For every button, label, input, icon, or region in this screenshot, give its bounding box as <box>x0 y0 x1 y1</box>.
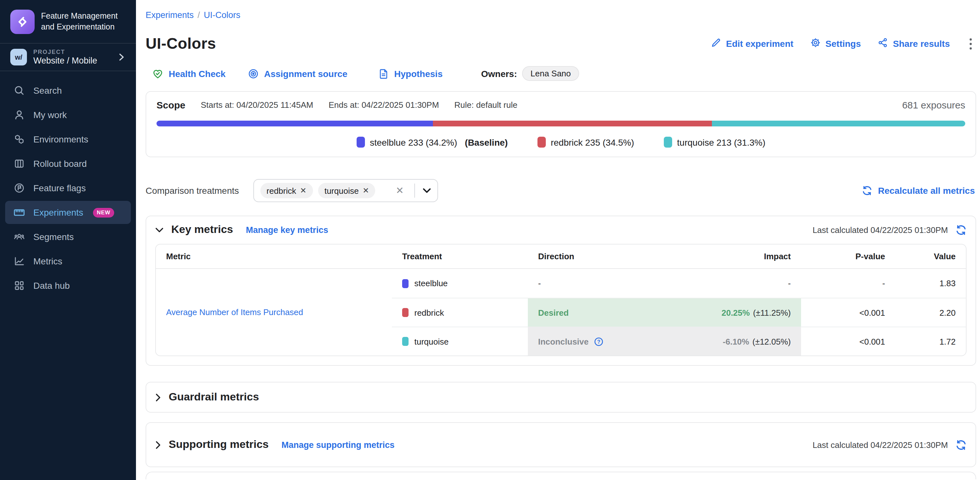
pvalue-cell: - <box>801 269 895 298</box>
heart-check-icon <box>152 68 164 79</box>
sidebar-item-metrics[interactable]: Metrics <box>5 250 131 273</box>
direction-badge: Inconclusive <box>538 336 589 346</box>
board-columns-icon <box>13 158 25 169</box>
breadcrumb-current[interactable]: UI-Colors <box>204 10 240 20</box>
col-value: Value <box>895 252 966 261</box>
clear-all-icon[interactable]: ✕ <box>396 185 404 196</box>
sidebar-nav: Search My work Environments Rollout boar… <box>0 71 136 305</box>
chevron-right-icon <box>117 53 126 62</box>
share-icon <box>878 37 889 50</box>
pvalue-cell: <0.001 <box>801 327 895 356</box>
expand-chevron-icon[interactable] <box>155 440 161 449</box>
sidebar-item-environments[interactable]: Environments <box>5 128 131 151</box>
legend-label: turquoise 213 (31.3%) <box>677 137 765 147</box>
sidebar-item-experiments[interactable]: Experiments NEW <box>5 201 131 224</box>
remove-chip-icon[interactable]: ✕ <box>300 186 307 195</box>
owners-label: Owners: <box>481 69 517 79</box>
scope-rule: Rule: default rule <box>454 100 517 110</box>
metric-cell: Average Number of Items Purchased <box>156 269 392 356</box>
owner-chip[interactable]: Lena Sano <box>522 66 579 81</box>
table-row-steelblue: steelblue - - - 1.83 <box>392 269 966 298</box>
sidebar-item-label: Rollout board <box>33 158 87 169</box>
recalculate-all-metrics-button[interactable]: Recalculate all metrics <box>862 185 976 196</box>
remove-chip-icon[interactable]: ✕ <box>363 186 369 195</box>
steelblue-swatch <box>402 279 409 288</box>
bar-segment-turquoise <box>712 121 965 126</box>
app-logo-row[interactable]: Feature Management and Experimentation <box>0 0 136 43</box>
target-icon <box>247 68 259 79</box>
expand-chevron-icon[interactable] <box>155 393 161 401</box>
manage-supporting-metrics-link[interactable]: Manage supporting metrics <box>282 440 395 450</box>
legend-label: redbrick 235 (34.5%) <box>550 137 634 147</box>
project-badge: w/ <box>10 49 27 65</box>
bar-segment-steelblue <box>156 121 433 126</box>
key-metrics-table: Metric Treatment Direction Impact P-valu… <box>155 244 967 356</box>
assignment-source-link[interactable]: Assignment source <box>247 68 347 79</box>
chip-turquoise: turquoise ✕ <box>318 183 375 198</box>
chevron-down-icon[interactable] <box>422 188 431 193</box>
treatment-distribution-bar <box>156 121 965 126</box>
direction-cell: Desired <box>528 298 648 327</box>
value-cell: 1.83 <box>895 269 966 298</box>
sidebar-item-data-hub[interactable]: Data hub <box>5 274 131 297</box>
turquoise-swatch <box>663 137 672 148</box>
refresh-icon[interactable] <box>956 224 967 235</box>
health-check-link[interactable]: Health Check <box>152 68 226 79</box>
settings-button[interactable]: Settings <box>810 37 861 50</box>
scope-ends-at: Ends at: 04/22/2025 01:30PM <box>329 100 439 110</box>
app-window: Feature Management and Experimentation w… <box>0 0 980 480</box>
settings-label: Settings <box>826 38 861 49</box>
divider <box>414 183 415 198</box>
bar-segment-redbrick <box>433 121 712 126</box>
sidebar-item-label: Search <box>33 85 62 96</box>
edit-experiment-button[interactable]: Edit experiment <box>711 37 793 50</box>
impact-value: 20.25% <box>722 308 750 317</box>
project-name: Website / Mobile <box>33 56 97 65</box>
share-results-button[interactable]: Share results <box>878 37 950 50</box>
supporting-metrics-card: Supporting metrics Manage supporting met… <box>146 422 976 467</box>
edit-experiment-label: Edit experiment <box>726 38 793 49</box>
sidebar-item-label: Feature flags <box>33 183 86 193</box>
exposures-count: 681 exposures <box>902 99 965 110</box>
sidebar-item-segments[interactable]: Segments <box>5 225 131 248</box>
impact-cell: - <box>648 269 801 298</box>
help-question-icon[interactable]: ? <box>594 336 603 346</box>
collapse-chevron-icon[interactable] <box>155 227 164 233</box>
owners-group: Owners: Lena Sano <box>481 66 579 81</box>
legend-item-steelblue: steelblue 233 (34.2%) (Baseline) <box>356 137 508 148</box>
metric-link[interactable]: Average Number of Items Purchased <box>166 308 303 317</box>
direction-cell: Inconclusive ? <box>528 327 648 356</box>
breadcrumb-experiments[interactable]: Experiments <box>146 10 194 20</box>
legend-item-redbrick: redbrick 235 (34.5%) <box>537 137 634 148</box>
hypothesis-link[interactable]: Hypothesis <box>377 68 442 79</box>
gear-icon <box>810 37 821 50</box>
people-icon <box>13 231 25 242</box>
table-row-redbrick: redbrick Desired 20.25% (±11.25%) <0.001… <box>392 298 966 327</box>
line-chart-icon <box>13 255 25 267</box>
comparison-treatments-select[interactable]: redbrick ✕ turquoise ✕ ✕ <box>253 179 438 202</box>
project-switcher[interactable]: w/ PROJECT Website / Mobile <box>0 44 136 70</box>
sidebar: Feature Management and Experimentation w… <box>0 0 136 480</box>
impact-ci: (±11.25%) <box>753 308 791 317</box>
search-icon <box>13 85 25 96</box>
sidebar-item-search[interactable]: Search <box>5 79 131 102</box>
next-card-partial <box>146 472 976 479</box>
main-content: Experiments / UI-Colors UI-Colors Edit e… <box>136 0 980 480</box>
kebab-menu-icon[interactable] <box>967 38 975 50</box>
refresh-icon[interactable] <box>956 439 967 450</box>
direction-cell: - <box>528 269 648 298</box>
sidebar-item-label: Experiments <box>33 207 83 217</box>
sidebar-item-my-work[interactable]: My work <box>5 103 131 126</box>
table-row-turquoise: turquoise Inconclusive ? -6.10% (±12.0 <box>392 327 966 356</box>
header-actions: Edit experiment Settings Share results <box>711 37 976 50</box>
chip-label: redbrick <box>266 186 296 195</box>
col-metric: Metric <box>156 252 392 261</box>
manage-key-metrics-link[interactable]: Manage key metrics <box>246 225 328 234</box>
sidebar-item-feature-flags[interactable]: Feature flags <box>5 177 131 199</box>
legend-item-turquoise: turquoise 213 (31.3%) <box>663 137 765 148</box>
chip-redbrick: redbrick ✕ <box>260 183 313 198</box>
project-label: PROJECT <box>33 49 97 55</box>
sidebar-item-label: My work <box>33 110 67 120</box>
sidebar-item-rollout-board[interactable]: Rollout board <box>5 152 131 175</box>
direction-badge: Desired <box>538 308 569 317</box>
